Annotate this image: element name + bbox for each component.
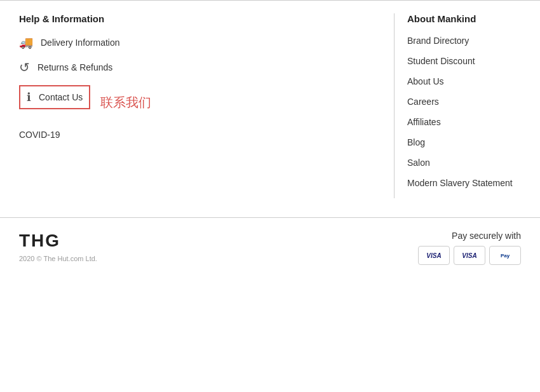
affiliates-link[interactable]: Affiliates: [407, 117, 521, 127]
contact-us-row: ℹ Contact Us 联系我们: [19, 85, 368, 119]
covid-link[interactable]: COVID-19: [19, 130, 368, 140]
about-mankind-section: About Mankind Brand Directory Student Di…: [394, 13, 521, 198]
visa-card-1: VISA: [418, 246, 450, 265]
help-section-title: Help & Information: [19, 13, 368, 24]
chinese-contact-label: 联系我们: [100, 94, 151, 111]
contact-us-label: Contact Us: [39, 92, 83, 102]
copyright-text: 2020 © The Hut.com Ltd.: [19, 255, 97, 262]
covid-label: COVID-19: [19, 130, 60, 140]
truck-icon: 🚚: [19, 36, 33, 50]
returns-icon: ↺: [19, 60, 30, 75]
brand-directory-link[interactable]: Brand Directory: [407, 36, 521, 46]
returns-refunds-link[interactable]: ↺ Returns & Refunds: [19, 60, 368, 75]
contact-us-link[interactable]: ℹ Contact Us: [19, 85, 90, 109]
footer-left: THG 2020 © The Hut.com Ltd.: [19, 231, 97, 262]
pay-securely-label: Pay securely with: [418, 231, 521, 241]
paypal-card: Pay: [489, 246, 521, 265]
blog-link[interactable]: Blog: [407, 137, 521, 147]
careers-link[interactable]: Careers: [407, 97, 521, 107]
payment-cards: VISA VISA Pay: [418, 246, 521, 265]
returns-label: Returns & Refunds: [37, 62, 112, 72]
payment-section: Pay securely with VISA VISA Pay: [418, 231, 521, 265]
footer-bottom: THG 2020 © The Hut.com Ltd. Pay securely…: [0, 217, 540, 278]
about-section-title: About Mankind: [407, 13, 521, 24]
help-information-section: Help & Information 🚚 Delivery Informatio…: [19, 13, 394, 198]
modern-slavery-link[interactable]: Modern Slavery Statement: [407, 178, 521, 188]
about-us-link[interactable]: About Us: [407, 76, 521, 86]
delivery-information-link[interactable]: 🚚 Delivery Information: [19, 36, 368, 50]
info-icon: ℹ: [27, 90, 31, 104]
visa-card-2: VISA: [454, 246, 485, 265]
salon-link[interactable]: Salon: [407, 158, 521, 168]
delivery-label: Delivery Information: [41, 37, 120, 48]
student-discount-link[interactable]: Student Discount: [407, 56, 521, 66]
thg-logo: THG: [19, 231, 97, 251]
